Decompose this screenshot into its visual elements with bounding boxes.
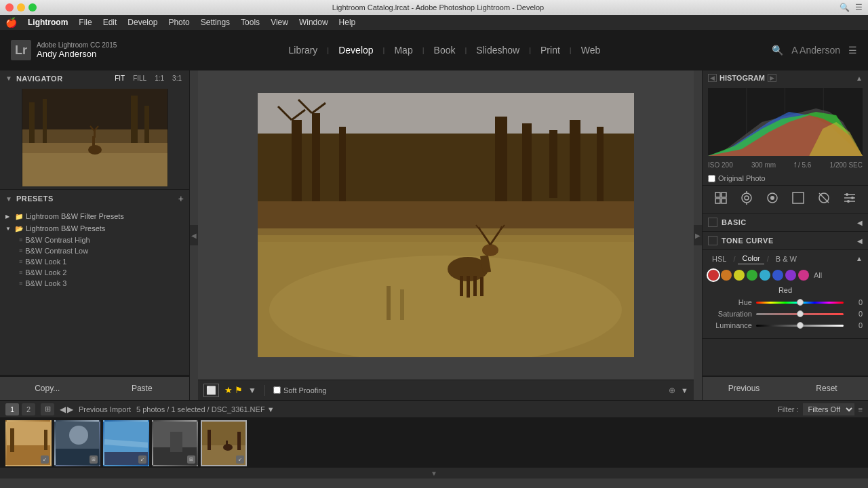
saturation-track[interactable] — [756, 313, 844, 315]
color-dot-purple[interactable] — [785, 270, 796, 281]
traffic-lights[interactable] — [5, 3, 37, 12]
menu-title-icon[interactable]: ☰ — [855, 3, 863, 12]
luminance-track[interactable] — [756, 325, 844, 327]
menu-settings[interactable]: Settings — [201, 18, 230, 27]
zoom-1-1[interactable]: 1:1 — [153, 74, 166, 83]
chevron-down-icon[interactable]: ▼ — [248, 386, 256, 395]
soft-proofing-checkbox[interactable] — [273, 386, 281, 394]
minimize-button[interactable] — [17, 3, 25, 12]
yellow-flag-icon[interactable]: ⚑ — [235, 385, 243, 395]
crop-tool-icon[interactable] — [737, 190, 756, 209]
page-btn-1[interactable]: 1 — [5, 403, 19, 415]
reset-button[interactable]: Reset — [785, 376, 868, 400]
tone-curve-collapse-icon[interactable]: ◀ — [857, 237, 863, 245]
preset-bw-contrast-high[interactable]: ≡ B&W Contrast High — [0, 235, 189, 245]
nav-web[interactable]: Web — [574, 45, 608, 56]
right-panel-collapse-arrow[interactable]: ▶ — [694, 225, 702, 245]
filter-icon[interactable]: ≡ — [859, 405, 863, 413]
presets-add-btn[interactable]: + — [178, 193, 184, 204]
preset-bw-look-1[interactable]: ≡ B&W Look 1 — [0, 256, 189, 267]
filmstrip-next-arrow[interactable]: ▶ — [67, 405, 73, 414]
search-title-icon[interactable]: 🔍 — [840, 3, 850, 12]
menu-photo[interactable]: Photo — [168, 18, 189, 27]
hue-track[interactable] — [756, 302, 844, 304]
color-dot-red[interactable] — [708, 270, 719, 281]
paste-button[interactable]: Paste — [95, 376, 190, 400]
zoom-fill[interactable]: FILL — [131, 74, 149, 83]
filter-dropdown[interactable]: Filters Off — [803, 403, 854, 415]
nav-slideshow[interactable]: Slideshow — [469, 45, 526, 56]
color-dot-yellow[interactable] — [734, 270, 745, 281]
basic-collapse-icon[interactable]: ◀ — [857, 219, 863, 226]
menu-header-icon[interactable]: ☰ — [848, 45, 857, 56]
luminance-thumb[interactable] — [797, 322, 804, 329]
tone-curve-toggle[interactable] — [708, 236, 717, 245]
color-dot-green[interactable] — [747, 270, 757, 281]
menu-edit[interactable]: Edit — [103, 18, 117, 27]
preset-folder-bw-presets-header[interactable]: ▼ 📂 Lightroom B&W Presets — [0, 222, 189, 235]
preset-bw-contrast-low[interactable]: ≡ B&W Contrast Low — [0, 245, 189, 256]
menu-view[interactable]: View — [271, 18, 288, 27]
settings-tool-icon[interactable] — [840, 190, 859, 209]
nav-book[interactable]: Book — [427, 45, 462, 56]
zoom-3-1[interactable]: 3:1 — [170, 74, 184, 83]
zoom-fit[interactable]: FIT — [113, 74, 127, 83]
hue-thumb[interactable] — [797, 299, 804, 306]
toolbar-arrow-down[interactable]: ▼ — [681, 386, 688, 394]
copy-button[interactable]: Copy... — [0, 376, 95, 400]
hsl-tab-bw[interactable]: B & W — [772, 253, 801, 264]
histogram-clip-shadows[interactable]: ◀ — [708, 74, 717, 82]
page-btn-2[interactable]: 2 — [22, 403, 35, 415]
menu-tools[interactable]: Tools — [241, 18, 260, 27]
filmstrip-thumb-4[interactable]: ⊞ — [152, 420, 198, 466]
hsl-all-btn[interactable]: All — [811, 270, 825, 281]
menu-file[interactable]: File — [79, 18, 92, 27]
color-dot-orange[interactable] — [721, 270, 732, 281]
hsl-tab-color[interactable]: Color — [738, 253, 764, 264]
color-dot-aqua[interactable] — [760, 270, 770, 281]
navigator-preview[interactable] — [22, 89, 168, 186]
basic-toggle[interactable] — [708, 218, 717, 227]
filmstrip-thumb-3[interactable]: ↙ — [103, 420, 149, 466]
histogram-expand-icon[interactable]: ▲ — [856, 75, 863, 82]
filmstrip-thumb-2[interactable]: ⊞ — [54, 420, 100, 466]
filmstrip-prev-arrow[interactable]: ◀ — [60, 405, 66, 414]
bottom-scroll-arrow[interactable]: ▼ — [0, 468, 868, 479]
histogram-clip-highlights[interactable]: ▶ — [768, 74, 776, 82]
crop-icon[interactable]: ⬜ — [203, 384, 219, 397]
saturation-thumb[interactable] — [797, 310, 804, 317]
navigator-header[interactable]: ▼ Navigator FIT FILL 1:1 3:1 — [0, 70, 189, 86]
left-panel-collapse-arrow[interactable]: ◀ — [190, 225, 198, 245]
soft-proofing-toggle[interactable]: Soft Proofing — [273, 386, 327, 394]
redeye-tool-icon[interactable] — [814, 190, 833, 209]
heal-tool-icon[interactable] — [763, 190, 782, 209]
basic-section-header[interactable]: Basic ◀ — [703, 214, 868, 231]
menu-develop[interactable]: Develop — [127, 18, 157, 27]
grid-view-btn[interactable]: ⊞ — [41, 403, 54, 415]
apple-menu[interactable]: 🍎 — [5, 17, 17, 28]
hsl-tab-hsl[interactable]: HSL — [708, 253, 730, 264]
file-dropdown-arrow[interactable]: ▼ — [267, 405, 275, 413]
nav-map[interactable]: Map — [387, 45, 419, 56]
preset-bw-look-3[interactable]: ≡ B&W Look 3 — [0, 278, 189, 289]
yellow-star-icon[interactable]: ★ — [224, 385, 233, 395]
tone-curve-section-header[interactable]: Tone Curve ◀ — [703, 232, 868, 249]
mask-tool-icon[interactable] — [789, 190, 808, 209]
original-photo-checkbox[interactable] — [708, 175, 715, 182]
previous-button[interactable]: Previous — [703, 376, 785, 400]
grid-tool-icon[interactable] — [711, 190, 730, 209]
preset-bw-look-2[interactable]: ≡ B&W Look 2 — [0, 267, 189, 278]
filmstrip-thumb-1[interactable]: ↙ — [5, 420, 52, 466]
nav-print[interactable]: Print — [534, 45, 567, 56]
nav-library[interactable]: Library — [282, 45, 325, 56]
nav-develop[interactable]: Develop — [332, 45, 380, 56]
color-dot-magenta[interactable] — [798, 270, 809, 281]
close-button[interactable] — [5, 3, 14, 12]
hsl-expand-icon[interactable]: ▲ — [856, 255, 863, 262]
menu-help[interactable]: Help — [339, 18, 356, 27]
menu-window[interactable]: Window — [299, 18, 328, 27]
filmstrip-thumb-5[interactable]: ↙ — [201, 420, 247, 466]
search-header-icon[interactable]: 🔍 — [772, 45, 783, 56]
preset-folder-bw-filter-header[interactable]: ▶ 📁 Lightroom B&W Filter Presets — [0, 210, 189, 222]
maximize-button[interactable] — [28, 3, 37, 12]
